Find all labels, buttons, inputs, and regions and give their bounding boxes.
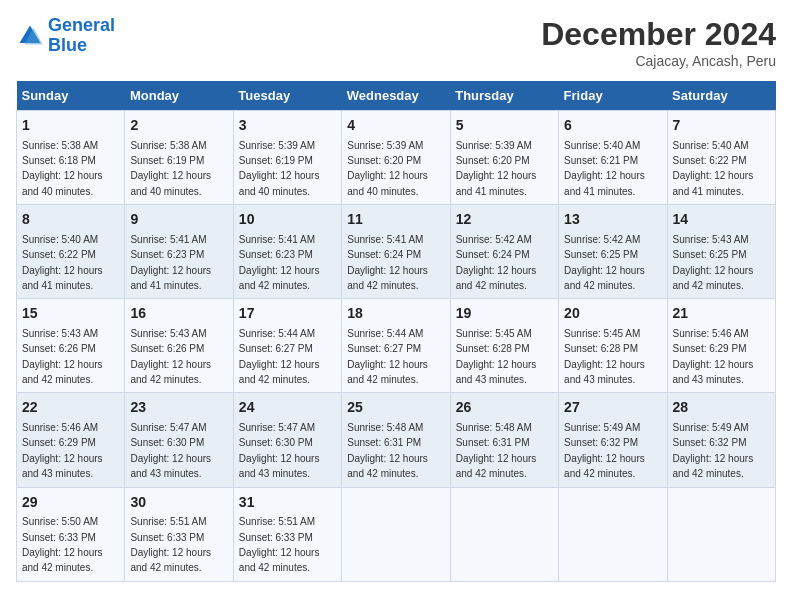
subtitle: Cajacay, Ancash, Peru [541, 53, 776, 69]
calendar-cell: 29Sunrise: 5:50 AMSunset: 6:33 PMDayligh… [17, 487, 125, 581]
calendar-cell: 9Sunrise: 5:41 AMSunset: 6:23 PMDaylight… [125, 205, 233, 299]
calendar-week-row: 22Sunrise: 5:46 AMSunset: 6:29 PMDayligh… [17, 393, 776, 487]
day-number: 26 [456, 398, 553, 418]
calendar-cell: 31Sunrise: 5:51 AMSunset: 6:33 PMDayligh… [233, 487, 341, 581]
day-info: Sunrise: 5:51 AMSunset: 6:33 PMDaylight:… [130, 516, 211, 573]
day-info: Sunrise: 5:47 AMSunset: 6:30 PMDaylight:… [239, 422, 320, 479]
calendar-cell [667, 487, 775, 581]
calendar-cell: 25Sunrise: 5:48 AMSunset: 6:31 PMDayligh… [342, 393, 450, 487]
day-info: Sunrise: 5:48 AMSunset: 6:31 PMDaylight:… [347, 422, 428, 479]
calendar-cell: 7Sunrise: 5:40 AMSunset: 6:22 PMDaylight… [667, 111, 775, 205]
calendar-cell: 20Sunrise: 5:45 AMSunset: 6:28 PMDayligh… [559, 299, 667, 393]
calendar-cell: 27Sunrise: 5:49 AMSunset: 6:32 PMDayligh… [559, 393, 667, 487]
day-number: 30 [130, 493, 227, 513]
day-info: Sunrise: 5:41 AMSunset: 6:24 PMDaylight:… [347, 234, 428, 291]
calendar-cell: 18Sunrise: 5:44 AMSunset: 6:27 PMDayligh… [342, 299, 450, 393]
day-info: Sunrise: 5:49 AMSunset: 6:32 PMDaylight:… [564, 422, 645, 479]
calendar-cell: 2Sunrise: 5:38 AMSunset: 6:19 PMDaylight… [125, 111, 233, 205]
day-info: Sunrise: 5:40 AMSunset: 6:22 PMDaylight:… [673, 140, 754, 197]
day-info: Sunrise: 5:42 AMSunset: 6:24 PMDaylight:… [456, 234, 537, 291]
day-number: 24 [239, 398, 336, 418]
day-info: Sunrise: 5:43 AMSunset: 6:26 PMDaylight:… [22, 328, 103, 385]
day-number: 18 [347, 304, 444, 324]
calendar-cell: 15Sunrise: 5:43 AMSunset: 6:26 PMDayligh… [17, 299, 125, 393]
day-number: 8 [22, 210, 119, 230]
day-info: Sunrise: 5:39 AMSunset: 6:19 PMDaylight:… [239, 140, 320, 197]
weekday-header: Tuesday [233, 81, 341, 111]
day-number: 27 [564, 398, 661, 418]
day-number: 16 [130, 304, 227, 324]
day-info: Sunrise: 5:44 AMSunset: 6:27 PMDaylight:… [239, 328, 320, 385]
day-number: 21 [673, 304, 770, 324]
day-number: 4 [347, 116, 444, 136]
day-info: Sunrise: 5:45 AMSunset: 6:28 PMDaylight:… [456, 328, 537, 385]
title-block: December 2024 Cajacay, Ancash, Peru [541, 16, 776, 69]
day-number: 11 [347, 210, 444, 230]
calendar-cell: 6Sunrise: 5:40 AMSunset: 6:21 PMDaylight… [559, 111, 667, 205]
weekday-header: Monday [125, 81, 233, 111]
day-info: Sunrise: 5:43 AMSunset: 6:25 PMDaylight:… [673, 234, 754, 291]
page-header: General Blue December 2024 Cajacay, Anca… [16, 16, 776, 69]
day-number: 25 [347, 398, 444, 418]
day-info: Sunrise: 5:40 AMSunset: 6:21 PMDaylight:… [564, 140, 645, 197]
day-info: Sunrise: 5:49 AMSunset: 6:32 PMDaylight:… [673, 422, 754, 479]
day-info: Sunrise: 5:43 AMSunset: 6:26 PMDaylight:… [130, 328, 211, 385]
calendar-week-row: 1Sunrise: 5:38 AMSunset: 6:18 PMDaylight… [17, 111, 776, 205]
weekday-header: Saturday [667, 81, 775, 111]
day-info: Sunrise: 5:41 AMSunset: 6:23 PMDaylight:… [130, 234, 211, 291]
calendar-week-row: 15Sunrise: 5:43 AMSunset: 6:26 PMDayligh… [17, 299, 776, 393]
day-number: 13 [564, 210, 661, 230]
day-number: 23 [130, 398, 227, 418]
day-number: 29 [22, 493, 119, 513]
calendar-cell: 12Sunrise: 5:42 AMSunset: 6:24 PMDayligh… [450, 205, 558, 299]
calendar-cell [342, 487, 450, 581]
day-info: Sunrise: 5:42 AMSunset: 6:25 PMDaylight:… [564, 234, 645, 291]
calendar-cell: 16Sunrise: 5:43 AMSunset: 6:26 PMDayligh… [125, 299, 233, 393]
calendar-cell: 3Sunrise: 5:39 AMSunset: 6:19 PMDaylight… [233, 111, 341, 205]
day-info: Sunrise: 5:44 AMSunset: 6:27 PMDaylight:… [347, 328, 428, 385]
calendar-cell: 1Sunrise: 5:38 AMSunset: 6:18 PMDaylight… [17, 111, 125, 205]
day-info: Sunrise: 5:46 AMSunset: 6:29 PMDaylight:… [673, 328, 754, 385]
logo-text: General Blue [48, 16, 115, 56]
calendar-cell: 10Sunrise: 5:41 AMSunset: 6:23 PMDayligh… [233, 205, 341, 299]
day-number: 20 [564, 304, 661, 324]
day-number: 7 [673, 116, 770, 136]
day-info: Sunrise: 5:51 AMSunset: 6:33 PMDaylight:… [239, 516, 320, 573]
calendar-cell: 19Sunrise: 5:45 AMSunset: 6:28 PMDayligh… [450, 299, 558, 393]
day-info: Sunrise: 5:45 AMSunset: 6:28 PMDaylight:… [564, 328, 645, 385]
day-number: 5 [456, 116, 553, 136]
day-number: 19 [456, 304, 553, 324]
day-number: 15 [22, 304, 119, 324]
calendar-cell: 22Sunrise: 5:46 AMSunset: 6:29 PMDayligh… [17, 393, 125, 487]
day-number: 31 [239, 493, 336, 513]
calendar-body: 1Sunrise: 5:38 AMSunset: 6:18 PMDaylight… [17, 111, 776, 582]
calendar-cell: 8Sunrise: 5:40 AMSunset: 6:22 PMDaylight… [17, 205, 125, 299]
day-info: Sunrise: 5:50 AMSunset: 6:33 PMDaylight:… [22, 516, 103, 573]
weekday-header: Wednesday [342, 81, 450, 111]
calendar-cell: 28Sunrise: 5:49 AMSunset: 6:32 PMDayligh… [667, 393, 775, 487]
calendar-cell: 4Sunrise: 5:39 AMSunset: 6:20 PMDaylight… [342, 111, 450, 205]
calendar-cell: 24Sunrise: 5:47 AMSunset: 6:30 PMDayligh… [233, 393, 341, 487]
day-number: 22 [22, 398, 119, 418]
weekday-header: Thursday [450, 81, 558, 111]
main-title: December 2024 [541, 16, 776, 53]
calendar-week-row: 29Sunrise: 5:50 AMSunset: 6:33 PMDayligh… [17, 487, 776, 581]
calendar-cell: 11Sunrise: 5:41 AMSunset: 6:24 PMDayligh… [342, 205, 450, 299]
day-number: 17 [239, 304, 336, 324]
day-info: Sunrise: 5:47 AMSunset: 6:30 PMDaylight:… [130, 422, 211, 479]
calendar-cell: 14Sunrise: 5:43 AMSunset: 6:25 PMDayligh… [667, 205, 775, 299]
day-number: 2 [130, 116, 227, 136]
day-info: Sunrise: 5:39 AMSunset: 6:20 PMDaylight:… [347, 140, 428, 197]
day-info: Sunrise: 5:40 AMSunset: 6:22 PMDaylight:… [22, 234, 103, 291]
calendar-cell: 13Sunrise: 5:42 AMSunset: 6:25 PMDayligh… [559, 205, 667, 299]
calendar-cell: 26Sunrise: 5:48 AMSunset: 6:31 PMDayligh… [450, 393, 558, 487]
calendar-cell: 17Sunrise: 5:44 AMSunset: 6:27 PMDayligh… [233, 299, 341, 393]
day-number: 10 [239, 210, 336, 230]
day-info: Sunrise: 5:38 AMSunset: 6:19 PMDaylight:… [130, 140, 211, 197]
calendar-cell [559, 487, 667, 581]
day-number: 1 [22, 116, 119, 136]
day-info: Sunrise: 5:41 AMSunset: 6:23 PMDaylight:… [239, 234, 320, 291]
day-info: Sunrise: 5:48 AMSunset: 6:31 PMDaylight:… [456, 422, 537, 479]
calendar-cell: 21Sunrise: 5:46 AMSunset: 6:29 PMDayligh… [667, 299, 775, 393]
calendar-cell: 23Sunrise: 5:47 AMSunset: 6:30 PMDayligh… [125, 393, 233, 487]
